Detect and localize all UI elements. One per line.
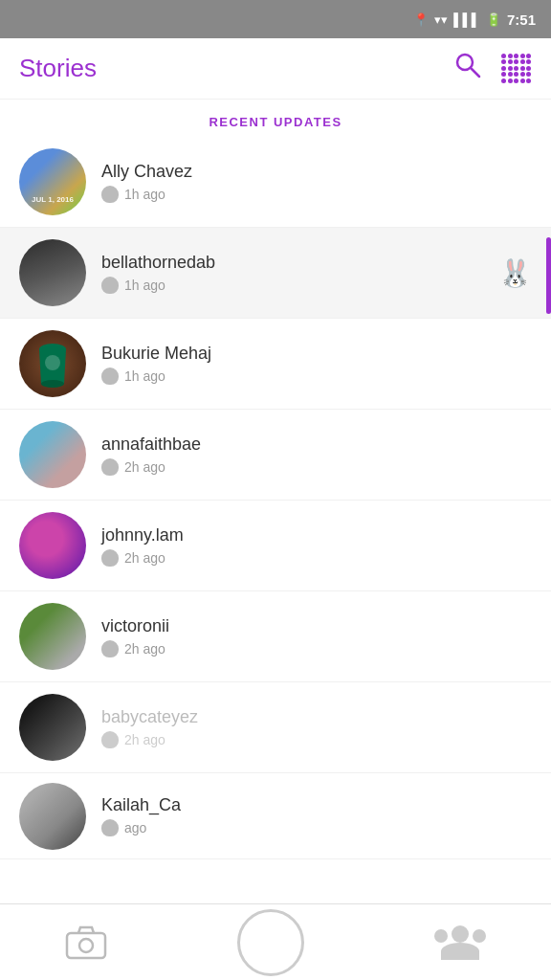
snap-button[interactable] [237,909,304,976]
story-name: Kailah_Ca [101,795,532,815]
svg-line-1 [472,69,480,78]
story-info: Ally Chavez 1h ago [101,162,532,203]
status-icons: 📍 ▾▾ ▌▌▌ 🔋 7:51 [413,11,536,28]
avatar [19,148,86,215]
avatar [19,783,86,850]
story-time-row: ago [101,819,532,836]
story-name: bellathornedab [101,253,498,273]
story-name: annafaithbae [101,434,532,455]
story-info: Bukurie Mehaj 1h ago [101,344,532,385]
story-time: 1h ago [124,278,165,293]
story-time-row: 1h ago [101,368,532,385]
story-time-row: 2h ago [101,640,532,657]
app-title: Stories [19,54,97,83]
story-info: bellathornedab 1h ago [101,253,498,294]
ghost-icon [101,277,119,294]
story-time-row: 1h ago [101,186,532,203]
ghost-icon [101,640,119,657]
wifi-icon: ▾▾ [434,12,448,27]
avatar [19,421,86,488]
scrollbar-thumb[interactable] [546,237,551,314]
section-header: RECENT UPDATES [0,100,551,137]
person-dot [473,929,486,943]
story-info: babycateyez 2h ago [101,707,532,748]
ghost-icon [101,186,119,203]
story-time: 2h ago [124,732,165,747]
avatar [19,239,86,306]
people-body [441,943,479,960]
story-item[interactable]: Bukurie Mehaj 1h ago [0,319,551,410]
bottom-nav [0,903,551,980]
ghost-icon [101,458,119,476]
camera-icon [65,925,107,960]
story-time-row: 2h ago [101,731,532,748]
story-time-row: 2h ago [101,458,532,476]
battery-icon: 🔋 [486,12,501,27]
avatar [19,603,86,670]
status-time: 7:51 [507,11,536,28]
story-time: 2h ago [124,459,165,475]
signal-icon: ▌▌▌ [453,12,480,27]
story-time-row: 1h ago [101,277,498,294]
top-bar: Stories [0,38,551,100]
story-item[interactable]: Ally Chavez 1h ago [0,137,551,228]
story-item[interactable]: Kailah_Ca ago [0,773,551,859]
story-name: johnny.lam [101,525,532,546]
story-badge: 🐰 [498,257,532,289]
story-name: Ally Chavez [101,162,532,182]
story-info: annafaithbae 2h ago [101,434,532,476]
search-icon [453,51,482,79]
people-dots [434,925,486,943]
story-item[interactable]: victoronii 2h ago [0,591,551,682]
story-info: victoronii 2h ago [101,616,532,657]
svg-point-4 [45,355,60,370]
story-item[interactable]: bellathornedab 1h ago 🐰 [0,228,551,319]
story-time: 2h ago [124,550,165,566]
top-bar-actions [453,51,532,86]
svg-point-3 [41,380,64,388]
ghost-icon [101,819,119,836]
story-item[interactable]: babycateyez 2h ago [0,682,551,773]
story-item[interactable]: johnny.lam 2h ago [0,501,551,591]
story-time: ago [124,820,146,835]
svg-point-0 [457,55,473,70]
search-button[interactable] [453,51,482,86]
friends-nav-item[interactable] [434,925,486,960]
story-time: 1h ago [124,368,165,384]
person-dot [434,929,448,943]
story-info: Kailah_Ca ago [101,795,532,836]
story-list: Ally Chavez 1h ago bellathornedab 1h ago… [0,137,551,859]
person-dot-center [452,925,469,943]
ghost-icon [101,368,119,385]
location-icon: 📍 [413,12,429,27]
story-time: 2h ago [124,641,165,657]
story-info: johnny.lam 2h ago [101,525,532,567]
ghost-icon [101,549,119,567]
story-name: babycateyez [101,707,532,727]
status-bar: 📍 ▾▾ ▌▌▌ 🔋 7:51 [0,0,551,38]
ghost-icon [101,731,119,748]
avatar [19,694,86,761]
story-time-row: 2h ago [101,549,532,567]
svg-point-6 [79,939,93,952]
story-name: Bukurie Mehaj [101,344,532,364]
bitmoji-button[interactable] [501,54,532,84]
story-time: 1h ago [124,187,165,202]
story-item[interactable]: annafaithbae 2h ago [0,410,551,501]
story-name: victoronii [101,616,532,636]
avatar-image [33,340,72,388]
camera-nav-item[interactable] [65,925,107,960]
avatar [19,512,86,579]
avatar [19,330,86,397]
svg-rect-5 [67,933,105,958]
